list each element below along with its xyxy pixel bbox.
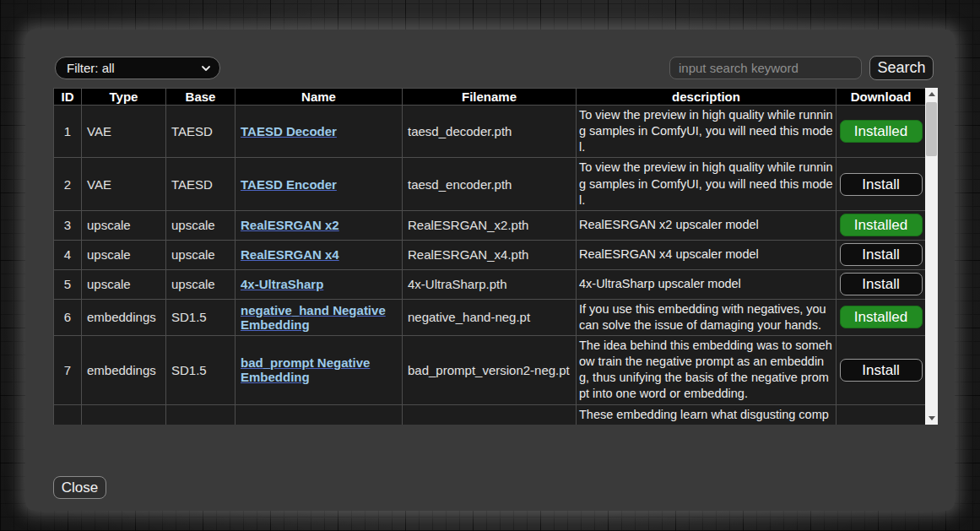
- table-row: These embedding learn what disgusting co…: [54, 404, 926, 425]
- model-name-link[interactable]: 4x-UltraSharp: [241, 277, 323, 291]
- triangle-down-icon: [929, 416, 935, 420]
- cell-download: Installed: [837, 299, 926, 335]
- table-row: 4upscaleupscaleRealESRGAN x4RealESRGAN_x…: [54, 240, 926, 269]
- cell-download: [837, 404, 926, 425]
- cell-type: [82, 404, 166, 425]
- cell-base: [166, 404, 236, 425]
- cell-base: upscale: [166, 210, 236, 240]
- column-header-base: Base: [166, 89, 236, 106]
- model-name-link[interactable]: RealESRGAN x4: [241, 247, 339, 262]
- column-header-id: ID: [54, 89, 82, 106]
- cell-base: upscale: [166, 269, 236, 299]
- table-row: 2VAETAESDTAESD Encodertaesd_encoder.pthT…: [54, 158, 926, 210]
- cell-id: 1: [54, 106, 82, 158]
- triangle-up-icon: [929, 92, 935, 96]
- cell-download: Install: [837, 269, 926, 299]
- cell-base: TAESD: [166, 106, 236, 158]
- cell-description: To view the preview in high quality whil…: [577, 106, 837, 158]
- cell-download: Install: [837, 240, 926, 269]
- installed-button[interactable]: Installed: [840, 214, 923, 236]
- cell-description: RealESRGAN x4 upscaler model: [577, 240, 837, 269]
- cell-name: bad_prompt Negative Embedding: [236, 336, 403, 405]
- cell-name: [236, 404, 403, 425]
- column-header-filename: Filename: [403, 89, 577, 106]
- chevron-down-icon: [201, 63, 211, 73]
- cell-id: 2: [54, 158, 82, 210]
- cell-type: embeddings: [82, 299, 166, 335]
- cell-type: VAE: [82, 158, 166, 210]
- cell-download: Installed: [837, 106, 926, 158]
- cell-download: Install: [837, 158, 926, 210]
- search-button[interactable]: Search: [869, 56, 934, 80]
- cell-filename: RealESRGAN_x4.pth: [403, 240, 577, 269]
- cell-type: VAE: [82, 106, 166, 158]
- model-table-scroll: IDTypeBaseNameFilenamedescriptionDownloa…: [53, 88, 925, 425]
- cell-description: These embedding learn what disgusting co…: [577, 404, 837, 425]
- table-row: 1VAETAESDTAESD Decodertaesd_decoder.pthT…: [54, 106, 926, 158]
- table-row: 6embeddingsSD1.5negative_hand Negative E…: [54, 299, 926, 335]
- table-scrollbar[interactable]: [925, 88, 938, 425]
- cell-name: RealESRGAN x2: [236, 210, 403, 240]
- cell-filename: [403, 404, 577, 425]
- cell-download: Installed: [837, 210, 926, 240]
- filter-select-value: Filter: all: [67, 61, 201, 75]
- column-header-name: Name: [236, 89, 403, 106]
- model-name-link[interactable]: TAESD Decoder: [241, 124, 337, 138]
- scrollbar-up-button[interactable]: [925, 88, 938, 100]
- search-input[interactable]: [669, 57, 862, 79]
- cell-base: TAESD: [166, 158, 236, 210]
- installed-button[interactable]: Installed: [840, 120, 923, 143]
- model-manager-dialog: Filter: all Search IDTypeBaseNameFilenam…: [25, 30, 955, 511]
- model-name-link[interactable]: TAESD Encoder: [241, 177, 337, 192]
- model-table-area: IDTypeBaseNameFilenamedescriptionDownloa…: [53, 88, 938, 425]
- cell-id: 3: [54, 210, 82, 240]
- cell-name: 4x-UltraSharp: [236, 269, 403, 299]
- cell-description: If you use this embedding with negatives…: [577, 299, 837, 335]
- model-table: IDTypeBaseNameFilenamedescriptionDownloa…: [53, 88, 925, 425]
- cell-id: 5: [54, 269, 82, 299]
- model-name-link[interactable]: RealESRGAN x2: [241, 218, 339, 232]
- table-header-row: IDTypeBaseNameFilenamedescriptionDownloa…: [54, 89, 926, 106]
- cell-base: SD1.5: [166, 299, 236, 335]
- cell-description: RealESRGAN x2 upscaler model: [577, 210, 837, 240]
- cell-filename: RealESRGAN_x2.pth: [403, 210, 577, 240]
- cell-description: The idea behind this embedding was to so…: [577, 336, 837, 405]
- model-name-link[interactable]: negative_hand Negative Embedding: [241, 303, 386, 332]
- cell-type: upscale: [82, 269, 166, 299]
- cell-id: 7: [54, 336, 82, 405]
- cell-filename: negative_hand-neg.pt: [403, 299, 577, 335]
- install-button[interactable]: Install: [840, 359, 923, 382]
- cell-id: 6: [54, 299, 82, 335]
- table-row: 5upscaleupscale4x-UltraSharp4x-UltraShar…: [54, 269, 926, 299]
- filter-select[interactable]: Filter: all: [55, 57, 220, 79]
- cell-name: RealESRGAN x4: [236, 240, 403, 269]
- column-header-type: Type: [82, 89, 166, 106]
- cell-name: TAESD Encoder: [236, 158, 403, 210]
- cell-name: TAESD Decoder: [236, 106, 403, 158]
- cell-id: 4: [54, 240, 82, 269]
- cell-name: negative_hand Negative Embedding: [236, 299, 403, 335]
- cell-description: To view the preview in high quality whil…: [577, 158, 837, 210]
- cell-description: 4x-UltraSharp upscaler model: [577, 269, 837, 299]
- close-button[interactable]: Close: [53, 476, 106, 499]
- install-button[interactable]: Install: [840, 273, 923, 295]
- cell-type: upscale: [82, 210, 166, 240]
- cell-base: upscale: [166, 240, 236, 269]
- cell-filename: bad_prompt_version2-neg.pt: [403, 336, 577, 405]
- installed-button[interactable]: Installed: [840, 306, 923, 328]
- table-row: 3upscaleupscaleRealESRGAN x2RealESRGAN_x…: [54, 210, 926, 240]
- cell-filename: taesd_decoder.pth: [403, 106, 577, 158]
- cell-type: upscale: [82, 240, 166, 269]
- cell-download: Install: [837, 336, 926, 405]
- column-header-description: description: [577, 89, 837, 106]
- model-name-link[interactable]: bad_prompt Negative Embedding: [241, 355, 370, 384]
- install-button[interactable]: Install: [840, 243, 923, 266]
- scrollbar-down-button[interactable]: [925, 412, 938, 425]
- table-row: 7embeddingsSD1.5bad_prompt Negative Embe…: [54, 336, 926, 405]
- column-header-download: Download: [837, 89, 926, 106]
- scrollbar-thumb[interactable]: [926, 102, 937, 156]
- cell-filename: taesd_encoder.pth: [403, 158, 577, 210]
- install-button[interactable]: Install: [840, 173, 923, 196]
- cell-base: SD1.5: [166, 336, 236, 405]
- cell-id: [54, 404, 82, 425]
